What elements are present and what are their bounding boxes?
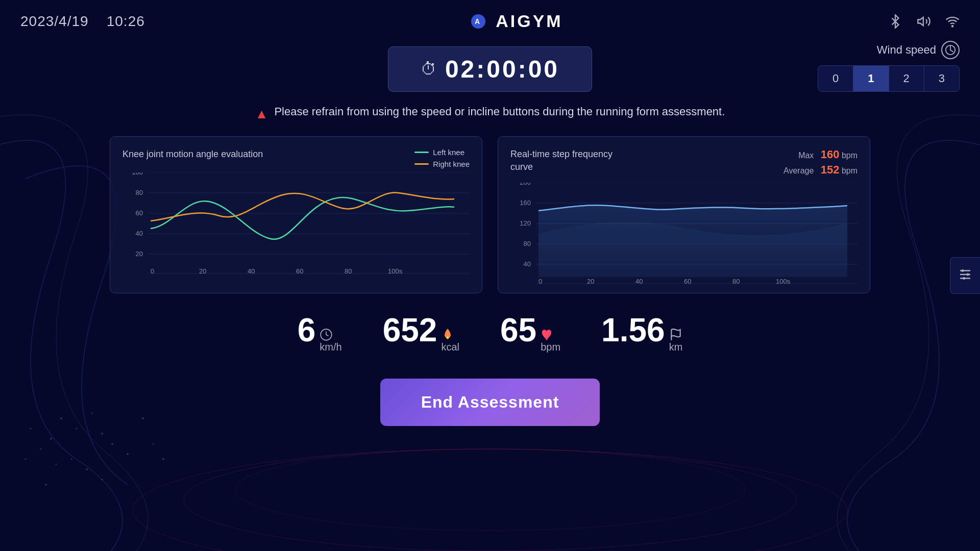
charts-container: Knee joint motion angle evaluation Left … [0,136,980,293]
flag-icon [669,328,682,341]
knee-chart-area: 100 80 60 40 20 0 20 40 60 80 100s [122,172,470,274]
svg-text:100s: 100s [776,278,791,285]
knee-chart-title: Knee joint motion angle evaluation [122,148,263,161]
distance-value: 1.56 [601,314,665,346]
heart-icon [541,328,554,341]
wind-option-1[interactable]: 1 [853,66,889,91]
logo-text: AIGYM [496,11,562,31]
fire-icon [441,328,454,341]
svg-text:100: 100 [132,172,143,176]
svg-text:0: 0 [151,267,154,274]
svg-text:40: 40 [524,260,531,268]
svg-text:80: 80 [136,189,143,196]
speed-unit: km/h [320,341,341,353]
svg-text:60: 60 [136,209,143,217]
warning-icon: ▲ [255,104,268,124]
bpm-value: 65 [500,314,536,346]
step-chart-stats: Max 160 bpm Average 152 bpm [783,148,857,179]
settings-panel[interactable] [950,257,980,294]
wind-speed-label: Wind speed [818,41,960,59]
stat-bpm: 65 bpm [500,314,560,353]
svg-point-24 [952,26,953,27]
calories-unit: kcal [441,341,459,353]
datetime: 2023/4/19 10:26 [20,13,145,30]
svg-text:20: 20 [587,278,594,285]
bpm-unit: bpm [541,341,560,353]
header: 2023/4/19 10:26 A AIGYM [0,0,980,31]
right-knee-label: Right knee [433,160,470,168]
step-chart-area: 200 160 120 80 40 0 20 40 60 80 100s [510,183,857,285]
wind-speed-text: Wind speed [877,43,936,57]
svg-text:40: 40 [248,267,255,274]
wifi-icon [945,14,960,29]
timer-value: 02:00:00 [445,55,559,83]
svg-text:60: 60 [684,278,691,285]
speed-value: 6 [298,314,316,346]
left-knee-label: Left knee [433,148,464,157]
legend-right-knee: Right knee [414,160,470,168]
logo: A AIGYM [470,11,563,31]
bluetooth-icon [888,14,902,29]
calories-unit-group: kcal [441,328,459,353]
bpm-unit-group: bpm [541,328,560,353]
knee-chart-header: Knee joint motion angle evaluation Left … [122,148,470,168]
calories-value: 652 [383,314,437,346]
max-unit: bpm [842,151,857,160]
svg-text:100s: 100s [388,267,403,274]
settings-icon [958,267,973,282]
svg-marker-23 [918,17,923,25]
wind-speed-container: Wind speed 0 1 2 3 [818,41,960,92]
svg-text:80: 80 [732,278,740,285]
stat-calories: 652 kcal [383,314,459,353]
timer-icon: ⏱ [421,60,437,79]
volume-icon [917,14,931,29]
avg-label: Average [783,166,814,175]
distance-unit-group: km [669,328,683,353]
knee-chart-card: Knee joint motion angle evaluation Left … [110,136,482,293]
max-value: 160 [821,148,840,161]
step-avg-stat: Average 152 bpm [783,163,857,177]
svg-text:0: 0 [538,278,542,285]
svg-text:200: 200 [520,183,531,186]
header-icons [888,14,960,29]
knee-chart-legend: Left knee Right knee [414,148,470,168]
svg-text:A: A [475,17,482,26]
svg-text:40: 40 [635,278,643,285]
warning-box: ▲ Please refrain from using the speed or… [255,103,725,124]
wind-options: 0 1 2 3 [818,65,960,92]
step-chart-header: Real-time step frequencycurve Max 160 bp… [510,148,857,179]
speed-unit-group: km/h [320,328,341,353]
svg-text:80: 80 [345,267,352,274]
max-label: Max [798,151,814,160]
stats-row: 6 km/h 652 kcal 65 [0,314,980,353]
svg-text:40: 40 [136,230,143,237]
svg-text:160: 160 [520,199,531,207]
warning-text: Please refrain from using the speed or i… [274,103,725,120]
distance-unit: km [669,341,683,353]
wind-option-3[interactable]: 3 [924,66,959,91]
svg-point-66 [963,277,965,280]
svg-text:60: 60 [296,267,303,274]
avg-value: 152 [821,163,840,176]
date: 2023/4/19 [20,13,89,29]
warning-container: ▲ Please refrain from using the speed or… [0,103,980,124]
step-chart-card: Real-time step frequencycurve Max 160 bp… [498,136,870,293]
svg-text:20: 20 [136,250,143,258]
legend-left-knee: Left knee [414,148,470,157]
step-chart-title: Real-time step frequencycurve [510,148,612,173]
svg-point-64 [962,269,964,272]
time: 10:26 [107,13,145,29]
step-max-stat: Max 160 bpm [783,148,857,161]
left-knee-line-color [414,152,429,153]
svg-text:80: 80 [524,240,531,247]
stat-distance: 1.56 km [601,314,682,353]
svg-point-65 [967,273,969,276]
stat-speed: 6 km/h [298,314,342,353]
svg-text:120: 120 [520,219,531,227]
wind-option-0[interactable]: 0 [818,66,853,91]
timer-box: ⏱ 02:00:00 [388,46,592,92]
wind-option-2[interactable]: 2 [889,66,924,91]
svg-text:20: 20 [199,267,206,274]
end-assessment-button[interactable]: End Assessment [380,379,600,426]
speed-icon [320,328,333,341]
